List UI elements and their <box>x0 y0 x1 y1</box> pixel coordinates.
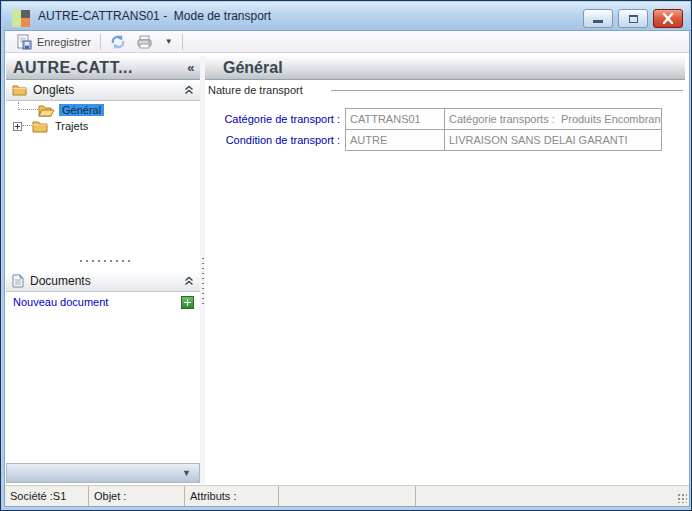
collapse-section-icon[interactable] <box>184 276 194 286</box>
documents-panel: Documents Nouveau document <box>6 271 200 310</box>
tree-expand-icon[interactable] <box>13 122 22 131</box>
restore-icon <box>629 15 638 23</box>
folder-closed-icon <box>32 120 48 133</box>
onglets-section-header[interactable]: Onglets <box>6 80 200 101</box>
document-icon <box>12 274 24 288</box>
app-icon <box>12 10 30 27</box>
folder-open-icon <box>38 104 55 117</box>
tree-connector <box>22 118 32 126</box>
vertical-splitter-grip <box>202 256 204 304</box>
categorie-transport-label: Catégorie de transport : <box>205 108 340 130</box>
onglets-section-title: Onglets <box>33 83 74 97</box>
resize-grip[interactable] <box>677 493 687 503</box>
status-objet: Objet : <box>89 486 185 506</box>
horizontal-splitter-handle[interactable] <box>78 259 134 263</box>
folder-icon <box>12 84 27 96</box>
condition-transport-detail-field[interactable]: LIVRAISON SANS DELAI GARANTI <box>444 129 662 151</box>
window-title: AUTRE-CATTRANS01 - Mode de transport <box>38 9 271 23</box>
printer-icon <box>136 34 153 50</box>
sidebar-header-title: AUTRE-CATT... <box>13 59 133 77</box>
sidebar-collapse-bar[interactable]: ▼ <box>6 463 200 483</box>
dropdown-arrow-icon: ▼ <box>165 37 173 46</box>
condition-transport-label: Condition de transport : <box>205 129 340 151</box>
new-document-link[interactable]: Nouveau document <box>13 296 108 308</box>
sidebar-collapse-button[interactable]: « <box>187 60 195 75</box>
status-empty <box>416 486 689 506</box>
toolbar: Enregistrer ▼ <box>5 31 689 53</box>
categorie-transport-field[interactable]: CATTRANS01 <box>345 108 445 130</box>
refresh-button[interactable] <box>105 32 131 52</box>
documents-section-title: Documents <box>30 274 91 288</box>
status-societe: Société :S1 <box>5 486 89 506</box>
minimize-button[interactable] <box>583 9 613 28</box>
titlebar[interactable]: AUTRE-CATTRANS01 - Mode de transport <box>2 2 690 31</box>
tree-item-general-label[interactable]: Général <box>59 104 104 116</box>
save-button-label: Enregistrer <box>37 36 91 48</box>
collapse-section-icon[interactable] <box>184 85 194 95</box>
refresh-icon <box>110 34 126 50</box>
page-title: Général <box>223 59 283 77</box>
tree-item-trajets[interactable]: Trajets <box>6 118 200 134</box>
tree-item-trajets-label[interactable]: Trajets <box>52 120 91 132</box>
toolbar-separator <box>182 34 183 50</box>
minimize-icon <box>593 20 603 23</box>
page-title-bar: Général <box>205 56 685 80</box>
toolbar-separator <box>100 34 101 50</box>
close-icon <box>654 10 682 27</box>
status-attributs: Attributs : <box>185 486 279 506</box>
arrow-down-icon: ▼ <box>182 468 191 478</box>
statusbar: Société :S1 Objet : Attributs : <box>5 485 689 506</box>
sidebar: AUTRE-CATT... « Onglets <box>6 56 200 484</box>
close-button[interactable] <box>653 9 683 28</box>
group-title: Nature de transport <box>208 84 303 96</box>
client-area: Enregistrer ▼ <box>5 31 689 506</box>
tree-connector <box>18 102 38 110</box>
tree-item-general[interactable]: Général <box>6 102 200 118</box>
sidebar-header: AUTRE-CATT... « <box>6 56 200 80</box>
main-panel: Général Nature de transport Catégorie de… <box>205 56 685 484</box>
documents-section-header[interactable]: Documents <box>6 271 200 292</box>
group-divider <box>331 90 683 91</box>
maximize-button[interactable] <box>618 9 648 28</box>
onglets-tree: Général Trajets <box>6 102 200 134</box>
add-document-icon[interactable] <box>181 296 194 309</box>
new-document-row: Nouveau document <box>6 292 200 310</box>
print-button[interactable] <box>131 32 158 52</box>
categorie-transport-detail-field[interactable]: Catégorie transports : Produits Encombra… <box>444 108 662 130</box>
app-window: AUTRE-CATTRANS01 - Mode de transport <box>0 0 692 511</box>
body: AUTRE-CATT... « Onglets <box>5 53 689 485</box>
status-empty <box>279 486 416 506</box>
save-icon <box>16 34 32 50</box>
condition-transport-field[interactable]: AUTRE <box>345 129 445 151</box>
save-button[interactable]: Enregistrer <box>11 32 96 52</box>
print-dropdown-button[interactable]: ▼ <box>158 32 178 52</box>
